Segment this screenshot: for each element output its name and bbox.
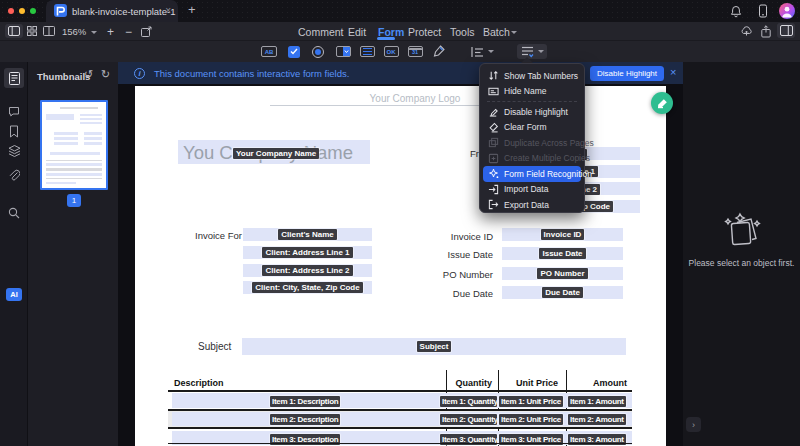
client-address1-field[interactable]: Client: Address Line 1 [243, 246, 372, 259]
checkbox-tool-icon[interactable] [286, 44, 302, 59]
tab-comment[interactable]: Comment [298, 26, 344, 38]
rail-search-icon[interactable] [8, 205, 20, 219]
right-panel-toggle-icon[interactable] [777, 23, 795, 38]
rail-thumbnails-icon[interactable] [4, 68, 24, 88]
table-bottom-rule [168, 443, 632, 444]
eraser-icon [488, 122, 499, 133]
magic-recognition-icon [488, 168, 499, 179]
plus-square-icon [488, 153, 499, 164]
rotate-left-icon[interactable]: ↺ [84, 68, 93, 81]
empty-state-message: Please select an object first. [683, 258, 800, 268]
zoom-level[interactable]: 156% [62, 26, 86, 37]
disable-highlight-button[interactable]: Disable Highlight [590, 66, 664, 81]
menu-item-form-field-recognition[interactable]: Form Field Recognition [483, 166, 581, 182]
import-icon [488, 184, 499, 195]
new-tab-button[interactable]: + [188, 2, 196, 17]
table-row-rule [168, 427, 632, 429]
client-name-field[interactable]: Client's Name [243, 228, 372, 241]
rail-ai-icon[interactable]: AI [6, 288, 22, 301]
rail-comments-icon[interactable] [8, 104, 20, 118]
zoom-in-button[interactable]: + [107, 25, 114, 39]
date-field-tool-icon[interactable]: 31 [407, 44, 423, 59]
item2-unit-price-badge: Item 2: Unit Price [499, 414, 563, 425]
menu-separator [487, 101, 577, 102]
menu-item-hide-name[interactable]: Hide Name [480, 84, 584, 100]
quick-edit-fab-button[interactable] [651, 92, 673, 114]
push-button-tool-icon[interactable]: OK [383, 44, 399, 59]
notification-bar: i This document contains interactive for… [118, 62, 683, 84]
menu-item-disable-highlight[interactable]: Disable Highlight [480, 104, 584, 120]
due-date-label: Due Date [425, 288, 493, 299]
fit-page-icon[interactable] [140, 25, 152, 37]
notification-close-icon[interactable]: × [670, 66, 676, 78]
tab-batch[interactable]: Batch [483, 26, 510, 38]
due-date-field[interactable]: Due Date [502, 286, 623, 299]
tab-close-icon[interactable]: × [165, 5, 171, 16]
panel-collapse-button[interactable]: › [686, 417, 701, 432]
signature-tool-icon[interactable] [431, 43, 447, 58]
tab-title: blank-invoice-template-1 [72, 6, 176, 17]
item2-quantity-badge: Item 2: Quantity [440, 414, 497, 425]
sidebar-toggle-button[interactable] [5, 24, 23, 38]
info-icon: i [134, 68, 145, 79]
menu-item-create-multiple-copies: Create Multiple Copies [480, 151, 584, 167]
po-number-field[interactable]: PO Number [502, 267, 623, 280]
issue-date-field[interactable]: Issue Date [502, 247, 623, 260]
properties-panel: Please select an object first. › [683, 62, 800, 446]
rotate-right-icon[interactable]: ↻ [101, 68, 110, 81]
window-close-button[interactable] [8, 8, 14, 14]
client-address2-field[interactable]: Client: Address Line 2 [243, 264, 372, 277]
item1-amount-badge: Item 1: Amount [568, 396, 626, 407]
item1-unit-price-badge: Item 1: Unit Price [499, 396, 563, 407]
list-box-tool-icon[interactable] [359, 44, 375, 59]
notification-bell-icon[interactable] [729, 4, 743, 18]
menu-item-clear-form[interactable]: Clear Form [480, 120, 584, 136]
table-header-amount: Amount [567, 378, 627, 388]
item2-row-field[interactable] [172, 412, 632, 426]
combo-box-tool-icon[interactable] [335, 44, 351, 59]
page-number-badge[interactable]: 1 [67, 194, 81, 207]
menu-item-duplicate-across-pages: Duplicate Across Pages [480, 135, 584, 151]
text-field-tool-icon[interactable]: AB [261, 44, 277, 59]
notification-message: This document contains interactive form … [154, 68, 349, 79]
cloud-upload-icon[interactable] [739, 24, 753, 37]
zoom-out-button[interactable]: − [125, 25, 132, 39]
window-zoom-button[interactable] [30, 8, 36, 14]
thumbnails-panel: Thumbnails ↺ ↻ 1 [28, 62, 118, 446]
form-toolbar: AB OK [0, 40, 800, 62]
menu-item-show-tab-numbers[interactable]: Show Tab Numbers [480, 68, 584, 84]
item1-row-field[interactable] [172, 393, 632, 408]
duplicate-icon [488, 137, 499, 148]
tab-edit[interactable]: Edit [348, 26, 366, 38]
table-header-rule [168, 390, 632, 392]
share-icon[interactable] [760, 24, 772, 38]
menu-item-export-data[interactable]: Export Data [480, 197, 584, 213]
app-logo-icon [54, 4, 67, 17]
user-avatar[interactable] [779, 3, 795, 19]
rail-bookmarks-icon[interactable] [8, 124, 20, 138]
window-minimize-button[interactable] [19, 8, 25, 14]
rail-layers-icon[interactable] [8, 144, 20, 158]
document-tab[interactable]: blank-invoice-template-1 × [46, 0, 178, 22]
invoice-id-field[interactable]: Invoice ID [502, 228, 623, 241]
po-number-label: PO Number [425, 269, 493, 280]
page-thumbnail[interactable] [40, 100, 108, 190]
menu-item-import-data[interactable]: Import Data [480, 182, 584, 198]
pencil-chart-icon [657, 98, 668, 109]
app-window: blank-invoice-template-1 × + 156% + − C [0, 0, 800, 446]
client-city-field[interactable]: Client: City, State, Zip Code [243, 281, 372, 294]
item1-quantity-badge: Item 1: Quantity [440, 396, 497, 407]
tab-tools[interactable]: Tools [450, 26, 475, 38]
company-name-field-badge: Your Company Name [233, 148, 319, 159]
tab-protect[interactable]: Protect [408, 26, 441, 38]
grid-view-icon[interactable] [26, 25, 38, 37]
radio-button-tool-icon[interactable] [310, 44, 326, 59]
invoice-for-label: Invoice For [195, 230, 242, 241]
item2-amount-badge: Item 2: Amount [568, 414, 626, 425]
subject-field[interactable]: Subject [242, 338, 626, 355]
tab-order-dropdown[interactable] [469, 44, 495, 59]
page-layout-icon[interactable] [42, 25, 55, 37]
rail-attachments-icon[interactable] [8, 169, 20, 183]
mobile-device-icon[interactable] [757, 4, 769, 18]
zoom-dropdown-chevron[interactable] [91, 31, 97, 34]
